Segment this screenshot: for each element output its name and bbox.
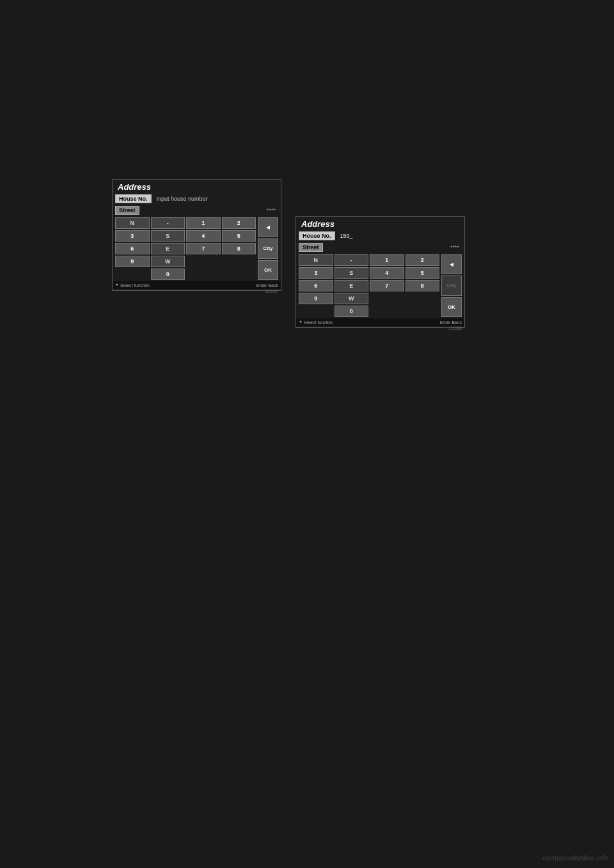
key-3-left[interactable]: 3	[115, 230, 150, 242]
input-label-left: Input house number	[154, 196, 278, 202]
screen-title-left: Address	[113, 180, 281, 193]
keypad-right-grid: N - 1 2 3 S 4 5 6 E 7 8 9 W 0	[299, 254, 439, 317]
house-no-tab-left[interactable]: House No.	[115, 194, 152, 203]
street-tab-right[interactable]: Street	[299, 243, 323, 252]
key-dash-right[interactable]: -	[335, 254, 369, 266]
house-no-tab-right[interactable]: House No.	[299, 231, 335, 240]
key-6-right[interactable]: 6	[299, 280, 333, 291]
second-row-right: Street ****	[296, 242, 464, 253]
key-w-right[interactable]: W	[335, 293, 369, 304]
key-n-left[interactable]: N	[115, 217, 150, 229]
key-e-left[interactable]: E	[151, 243, 185, 254]
keypad-left-grid: N - 1 2 3 S 4 5 6 E 7 8 9 W 0	[115, 217, 256, 280]
backspace-btn-left[interactable]: ◄	[258, 217, 278, 237]
screen-id-left: 1U037	[113, 289, 281, 294]
key-5-left[interactable]: 5	[222, 230, 256, 242]
key-n-right[interactable]: N	[299, 254, 333, 266]
key-s-right[interactable]: S	[335, 267, 369, 279]
ok-btn-right[interactable]: OK	[441, 297, 462, 317]
ok-btn-left[interactable]: OK	[258, 260, 278, 280]
key-9-right[interactable]: 9	[299, 293, 333, 304]
key-8-left[interactable]: 8	[222, 243, 256, 254]
top-bar-left: House No. Input house number	[113, 193, 281, 205]
status-select-right: Select function	[304, 320, 439, 325]
key-2-left[interactable]: 2	[222, 217, 256, 229]
key-1-left[interactable]: 1	[186, 217, 221, 229]
key-7-right[interactable]: 7	[370, 280, 404, 291]
keypad-right-left: ◄ City OK	[258, 217, 278, 280]
key-0-right[interactable]: 0	[335, 306, 369, 317]
screen-left: Address House No. Input house number Str…	[112, 179, 281, 291]
status-bar-right: ✦ Select function Enter Back	[296, 318, 464, 326]
status-bar-left: ✦ Select function Enter Back	[113, 281, 281, 289]
screen-right: Address House No. 150_ Street **** N - 1…	[295, 216, 465, 328]
key-2-right[interactable]: 2	[405, 254, 440, 266]
key-w-left[interactable]: W	[151, 256, 185, 267]
stars-right: ****	[450, 244, 462, 251]
key-dash-left[interactable]: -	[151, 217, 185, 229]
key-4-right[interactable]: 4	[370, 267, 404, 279]
key-6-left[interactable]: 6	[115, 243, 150, 254]
status-enter-right: Enter	[440, 320, 451, 325]
key-7-left[interactable]: 7	[186, 243, 221, 254]
key-s-left[interactable]: S	[151, 230, 185, 242]
status-back-right: Back	[452, 320, 462, 325]
key-0-left[interactable]: 0	[151, 268, 185, 280]
keypad-area-left: N - 1 2 3 S 4 5 6 E 7 8 9 W 0 ◄ City OK	[113, 216, 281, 281]
status-icon-right: ✦	[299, 320, 303, 325]
city-btn-left[interactable]: City	[258, 238, 278, 258]
status-icon-left: ✦	[115, 283, 119, 288]
key-e-right[interactable]: E	[335, 280, 369, 291]
key-9-left[interactable]: 9	[115, 256, 150, 267]
status-enter-left: Enter	[256, 283, 267, 288]
keypad-area-right: N - 1 2 3 S 4 5 6 E 7 8 9 W 0 ◄ City OK	[296, 253, 464, 318]
second-row-left: Street ****	[113, 205, 281, 216]
screen-title-right: Address	[296, 217, 464, 230]
city-btn-right[interactable]: City	[441, 275, 462, 295]
status-select-left: Select function	[120, 283, 255, 288]
status-back-left: Back	[268, 283, 278, 288]
key-1-right[interactable]: 1	[370, 254, 404, 266]
key-3-right[interactable]: 3	[299, 267, 333, 279]
input-value-right: 150_	[338, 233, 462, 239]
key-8-right[interactable]: 8	[405, 280, 440, 291]
street-tab-left[interactable]: Street	[115, 206, 139, 215]
address-screen-right: Address House No. 150_ Street **** N - 1…	[296, 217, 464, 327]
watermark: carmanualonline.info	[542, 854, 608, 862]
key-4-left[interactable]: 4	[186, 230, 221, 242]
keypad-side-right: ◄ City OK	[441, 254, 462, 317]
backspace-btn-right[interactable]: ◄	[441, 254, 462, 274]
key-5-right[interactable]: 5	[405, 267, 440, 279]
address-screen-left: Address House No. Input house number Str…	[113, 180, 281, 290]
stars-left: ****	[267, 207, 278, 213]
screen-id-right: 1U038	[296, 326, 464, 331]
top-bar-right: House No. 150_	[296, 230, 464, 242]
